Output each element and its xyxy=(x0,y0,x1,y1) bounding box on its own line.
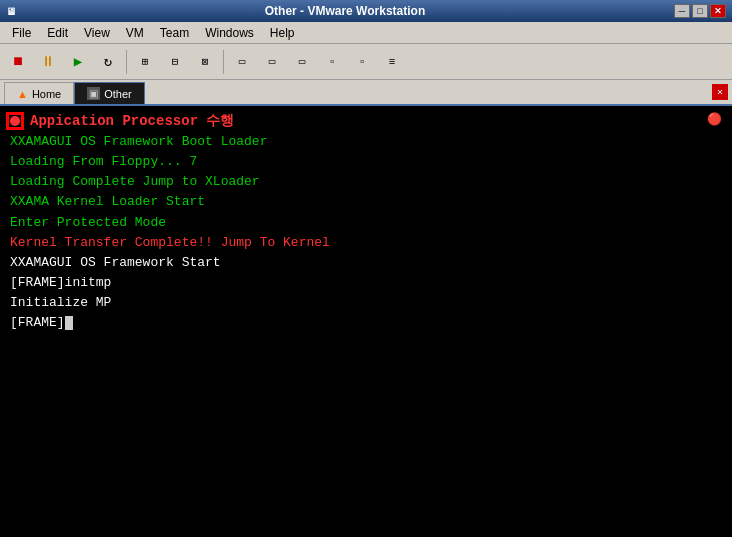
tab-bar: ▲ Home ▣ Other ✕ xyxy=(0,80,732,106)
screen-line-1: XXAMAGUI OS Framework Boot Loader xyxy=(10,132,722,152)
screen-content: XXAMAGUI OS Framework Boot Loader Loadin… xyxy=(10,132,722,333)
menu-bar: File Edit View VM Team Windows Help xyxy=(0,22,732,44)
screen-line-7: XXAMAGUI OS Framework Start xyxy=(10,253,722,273)
toolbar-btn-5[interactable]: ⊞ xyxy=(131,48,159,76)
vm-indicator xyxy=(6,112,24,130)
tab-home[interactable]: ▲ Home xyxy=(4,82,74,104)
toolbar-btn-6[interactable]: ⊟ xyxy=(161,48,189,76)
stop-button[interactable]: ■ xyxy=(4,48,32,76)
toolbar-btn-11[interactable]: ▫ xyxy=(318,48,346,76)
toolbar-btn-7[interactable]: ⊠ xyxy=(191,48,219,76)
tab-close-button[interactable]: ✕ xyxy=(712,84,728,100)
other-tab-label: Other xyxy=(104,88,132,100)
window-controls: ─ □ ✕ xyxy=(674,4,726,18)
screen-line-3: Loading Complete Jump to XLoader xyxy=(10,172,722,192)
separator-1 xyxy=(126,50,127,74)
screen-line-2: Loading From Floppy... 7 xyxy=(10,152,722,172)
menu-view[interactable]: View xyxy=(76,24,118,42)
home-tab-icon: ▲ xyxy=(17,88,28,100)
menu-help[interactable]: Help xyxy=(262,24,303,42)
tab-other[interactable]: ▣ Other xyxy=(74,82,145,104)
screen-blank-area xyxy=(10,333,722,537)
window-icon: 🖥 xyxy=(6,6,16,17)
home-tab-label: Home xyxy=(32,88,61,100)
toolbar-btn-12[interactable]: ▫ xyxy=(348,48,376,76)
screen-line-5: Enter Protected Mode xyxy=(10,213,722,233)
screen-line-10: [FRAME] xyxy=(10,313,722,333)
maximize-button[interactable]: □ xyxy=(692,4,708,18)
toolbar-btn-8[interactable]: ▭ xyxy=(228,48,256,76)
screen-title-line: Appication Processor 수행 xyxy=(30,112,722,130)
title-bar: 🖥 Other - VMware Workstation ─ □ ✕ xyxy=(0,0,732,22)
menu-windows[interactable]: Windows xyxy=(197,24,262,42)
screen-line-8: [FRAME]initmp xyxy=(10,273,722,293)
refresh-button[interactable]: ↻ xyxy=(94,48,122,76)
minimize-button[interactable]: ─ xyxy=(674,4,690,18)
vm-indicator-right: 🔴 xyxy=(707,112,722,127)
toolbar-btn-9[interactable]: ▭ xyxy=(258,48,286,76)
pause-button[interactable]: ⏸ xyxy=(34,48,62,76)
separator-2 xyxy=(223,50,224,74)
menu-file[interactable]: File xyxy=(4,24,39,42)
close-button[interactable]: ✕ xyxy=(710,4,726,18)
menu-team[interactable]: Team xyxy=(152,24,197,42)
toolbar-btn-10[interactable]: ▭ xyxy=(288,48,316,76)
menu-vm[interactable]: VM xyxy=(118,24,152,42)
play-button[interactable]: ▶ xyxy=(64,48,92,76)
toolbar: ■ ⏸ ▶ ↻ ⊞ ⊟ ⊠ ▭ ▭ ▭ ▫ ▫ ≡ xyxy=(0,44,732,80)
menu-edit[interactable]: Edit xyxy=(39,24,76,42)
screen-line-6: Kernel Transfer Complete!! Jump To Kerne… xyxy=(10,233,722,253)
window-title: Other - VMware Workstation xyxy=(16,4,674,18)
screen-line-9: Initialize MP xyxy=(10,293,722,313)
other-tab-icon: ▣ xyxy=(87,87,100,100)
toolbar-btn-13[interactable]: ≡ xyxy=(378,48,406,76)
vm-screen[interactable]: 🔴 Appication Processor 수행 XXAMAGUI OS Fr… xyxy=(0,106,732,537)
screen-line-4: XXAMA Kernel Loader Start xyxy=(10,192,722,212)
